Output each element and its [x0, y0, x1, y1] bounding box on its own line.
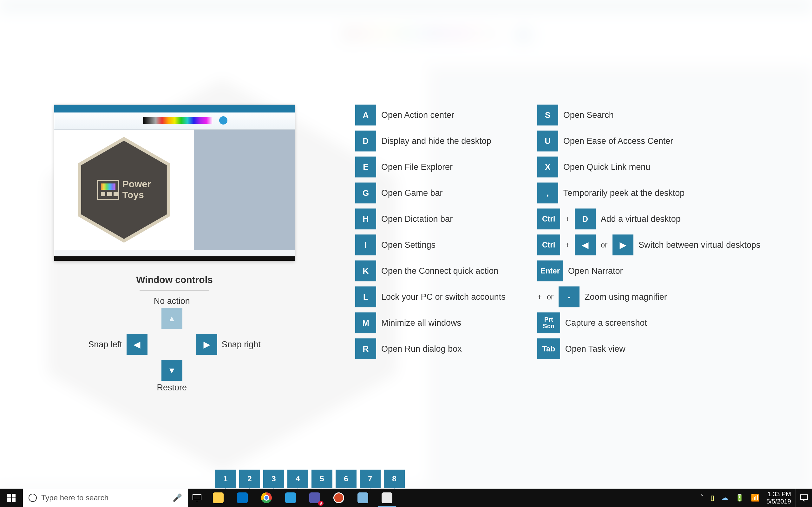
- shortcut-key[interactable]: Tab: [537, 338, 560, 359]
- shortcut-desc: Add a virtual desktop: [601, 214, 681, 224]
- shortcut-desc: Open Game bar: [381, 188, 443, 198]
- taskbar-clock[interactable]: 1:33 PM 5/5/2019: [762, 489, 796, 507]
- shortcut-key[interactable]: D: [355, 130, 376, 152]
- shortcut-key[interactable]: M: [355, 313, 376, 333]
- taskbar-hint-8[interactable]: 8: [384, 469, 405, 488]
- shortcut-row: ROpen Run dialog box: [355, 338, 506, 359]
- shortcut-key[interactable]: E: [355, 157, 376, 177]
- dpad-right-label: Snap right: [222, 340, 261, 349]
- shortcut-desc: Open the Connect quick action: [381, 266, 498, 276]
- taskbar-hint-1[interactable]: 1: [215, 469, 236, 488]
- shortcut-desc: Open Dictation bar: [381, 214, 453, 224]
- shortcut-row: EOpen File Explorer: [355, 157, 506, 177]
- action-center-button[interactable]: [796, 489, 812, 507]
- shortcut-key[interactable]: S: [537, 105, 558, 125]
- shortcut-key[interactable]: I: [355, 234, 376, 256]
- taskbar-app-chrome[interactable]: [254, 489, 278, 507]
- tray-chevron-icon[interactable]: ˄: [700, 494, 704, 502]
- taskbar-hint-5[interactable]: 5: [311, 469, 333, 488]
- window-controls-title: Window controls: [136, 274, 212, 285]
- clock-time: 1:33 PM: [766, 491, 791, 498]
- shortcut-desc: Open Narrator: [568, 266, 623, 276]
- shortcut-row: AOpen Action center: [355, 105, 506, 125]
- shortcut-key[interactable]: ◀: [575, 234, 596, 256]
- divider: [140, 290, 209, 291]
- key-separator: or: [547, 292, 554, 301]
- shortcut-row: DDisplay and hide the desktop: [355, 130, 506, 152]
- dpad-left-label: Snap left: [88, 340, 122, 349]
- tray-onedrive-icon[interactable]: ☁: [721, 494, 728, 502]
- taskbar-app-outlook[interactable]: [230, 489, 254, 507]
- system-tray[interactable]: ˄ ▯ ☁ 🔋 📶: [698, 489, 762, 507]
- taskbar-app-file-explorer[interactable]: [206, 489, 230, 507]
- shortcut-key[interactable]: X: [537, 157, 558, 177]
- shortcut-key[interactable]: U: [537, 130, 558, 152]
- taskbar-app-notepad[interactable]: [351, 489, 375, 507]
- logo-line1: Power: [122, 179, 151, 189]
- shortcut-desc: Minimize all windows: [381, 318, 461, 328]
- start-button[interactable]: [0, 489, 23, 507]
- shortcut-key[interactable]: Enter: [537, 261, 563, 281]
- taskbar-app-vscode[interactable]: [278, 489, 303, 507]
- key-separator: +: [565, 215, 570, 223]
- shortcut-row: EnterOpen Narrator: [537, 261, 761, 281]
- taskbar-hint-7[interactable]: 7: [360, 469, 380, 488]
- shortcut-key[interactable]: H: [355, 209, 376, 229]
- dpad-right-key[interactable]: [196, 334, 217, 355]
- taskbar-app-paint[interactable]: [375, 489, 399, 507]
- shortcut-row: TabOpen Task view: [537, 338, 761, 359]
- shortcut-key[interactable]: ▶: [612, 234, 633, 256]
- taskbar-app-teams[interactable]: 9: [303, 489, 327, 507]
- window-controls-dpad: No action Snap left Snap right Restore: [88, 296, 261, 393]
- shortcut-row: XOpen Quick Link menu: [537, 157, 761, 177]
- shortcut-key[interactable]: -: [559, 286, 579, 307]
- shortcut-desc: Open Ease of Access Center: [563, 136, 673, 146]
- shortcut-row: UOpen Ease of Access Center: [537, 130, 761, 152]
- shortcut-desc: Capture a screenshot: [565, 318, 647, 328]
- shortcut-key[interactable]: R: [355, 338, 376, 359]
- shortcut-key[interactable]: G: [355, 182, 376, 204]
- taskbar-hint-6[interactable]: 6: [336, 469, 357, 488]
- cortana-icon: [29, 494, 37, 502]
- shortcut-row: IOpen Settings: [355, 234, 506, 256]
- taskbar-hint-2[interactable]: 2: [239, 469, 260, 488]
- shortcut-desc: Open Task view: [565, 344, 625, 354]
- tray-wifi-icon[interactable]: 📶: [751, 494, 759, 502]
- shortcut-key[interactable]: PrtScn: [537, 313, 560, 333]
- shortcut-key[interactable]: ,: [537, 182, 558, 204]
- svg-rect-1: [12, 494, 15, 498]
- shortcut-key[interactable]: A: [355, 105, 376, 125]
- shortcut-key[interactable]: K: [355, 261, 376, 281]
- taskbar-hint-4[interactable]: 4: [287, 469, 308, 488]
- shortcut-desc: Open Run dialog box: [381, 344, 462, 354]
- dpad-down-key[interactable]: [161, 360, 183, 381]
- shortcut-desc: Display and hide the desktop: [381, 136, 491, 146]
- shortcut-guide-overlay: PowerToys Window controls No action: [0, 0, 812, 507]
- task-view-button[interactable]: [188, 489, 206, 507]
- tray-app-icon[interactable]: ▯: [711, 494, 714, 502]
- taskbar-app-powerpoint[interactable]: [327, 489, 351, 507]
- shortcut-key[interactable]: Ctrl: [537, 209, 560, 229]
- shortcut-desc: Open Quick Link menu: [563, 162, 651, 172]
- shortcut-row: MMinimize all windows: [355, 313, 506, 333]
- svg-rect-4: [193, 495, 201, 500]
- windows-taskbar: Type here to search 🎤 9 ˄ ▯ ☁ 🔋 📶 1:33 P…: [0, 489, 812, 507]
- shortcut-column-1: AOpen Action centerDDisplay and hide the…: [355, 105, 506, 359]
- shortcut-key[interactable]: D: [575, 209, 596, 229]
- shortcut-desc: Zoom using magnifier: [585, 292, 667, 302]
- mic-icon[interactable]: 🎤: [172, 493, 182, 502]
- tray-battery-icon[interactable]: 🔋: [735, 494, 744, 502]
- shortcut-row: Ctrl+◀or▶Switch between virtual desktops: [537, 234, 761, 256]
- dpad-up-key[interactable]: [161, 308, 183, 329]
- taskbar-search[interactable]: Type here to search 🎤: [23, 489, 188, 507]
- shortcut-column-2: SOpen SearchUOpen Ease of Access CenterX…: [537, 105, 761, 359]
- shortcut-row: KOpen the Connect quick action: [355, 261, 506, 281]
- shortcut-desc: Switch between virtual desktops: [639, 240, 760, 250]
- shortcut-key[interactable]: Ctrl: [537, 234, 560, 256]
- dpad-down-label: Restore: [157, 383, 187, 393]
- dpad-left-key[interactable]: [126, 334, 148, 355]
- svg-rect-3: [12, 498, 15, 502]
- taskbar-hint-3[interactable]: 3: [263, 469, 284, 488]
- active-window-thumbnail: PowerToys: [54, 105, 295, 261]
- shortcut-key[interactable]: L: [355, 286, 376, 307]
